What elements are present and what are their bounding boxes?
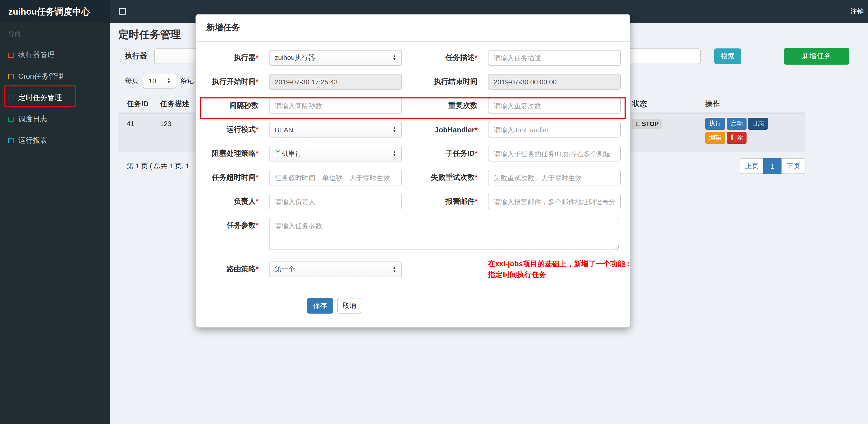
block-strategy-label: 阻塞处理策略* — [207, 149, 258, 158]
select-arrows-icon: ▲▼ — [390, 151, 396, 157]
save-button[interactable]: 保存 — [307, 298, 333, 314]
square-icon — [8, 95, 13, 100]
per-page-suffix: 条记 — [180, 76, 194, 86]
delete-button[interactable]: 删除 — [727, 132, 747, 144]
owner-input[interactable] — [269, 194, 402, 209]
form-row: 运行模式* BEAN ▲▼ JobHandler* — [207, 122, 619, 137]
cell-task-id: 41 — [127, 120, 134, 128]
start-time-input[interactable] — [269, 74, 402, 90]
job-handler-input[interactable] — [488, 122, 621, 137]
search-button[interactable]: 搜索 — [714, 48, 741, 64]
sidebar-section-label: 导航 — [0, 23, 110, 44]
timeout-label: 任务超时时间* — [207, 173, 258, 182]
form-row: 执行器* zuihou执行器 ▲▼ 任务描述* — [207, 50, 619, 66]
form-row: 负责人* 报警邮件* — [207, 194, 619, 209]
child-job-label: 子任务ID* — [402, 149, 477, 158]
select-arrows-icon: ▲▼ — [390, 266, 396, 272]
glue-type-label: 运行模式* — [207, 125, 258, 134]
cancel-button[interactable]: 取消 — [337, 298, 361, 314]
timeout-input[interactable] — [269, 170, 402, 186]
square-icon — [8, 52, 13, 58]
select-arrows-icon: ▲▼ — [390, 55, 396, 61]
feature-note: 在xxl-jobs项目的基础上，新增了一个功能： 指定时间执行任务 — [488, 258, 632, 280]
job-desc-label: 任务描述* — [402, 53, 477, 63]
interval-label: 间隔秒数 — [207, 101, 258, 110]
sidebar-item-run-report[interactable]: 运行报表 — [0, 130, 110, 151]
retry-label: 失败重试次数* — [402, 173, 477, 182]
logout-link[interactable]: 注销 — [850, 7, 868, 16]
col-header-task-id: 任务ID — [127, 99, 149, 109]
job-handler-label: JobHandler* — [402, 126, 477, 134]
interval-input[interactable] — [269, 98, 402, 113]
form-row: 阻塞处理策略* 单机串行 ▲▼ 子任务ID* — [207, 146, 619, 161]
feature-note-line2: 指定时间执行任务 — [488, 269, 632, 280]
per-page-value: 10 — [149, 77, 156, 85]
route-strategy-select[interactable]: 第一个 ▲▼ — [269, 261, 402, 277]
sidebar: 导航 执行器管理 Cron任务管理 定时任务管理 调度日志 运行报表 — [0, 23, 110, 424]
sidebar-item-label: 调度日志 — [18, 114, 48, 124]
sidebar-item-label: 执行器管理 — [18, 50, 55, 60]
end-time-input[interactable] — [488, 74, 621, 90]
owner-label: 负责人* — [207, 197, 258, 206]
alarm-email-label: 报警邮件* — [402, 197, 477, 206]
form-row: 执行开始时间* 执行结束时间 — [207, 74, 619, 90]
modal-body: 执行器* zuihou执行器 ▲▼ 任务描述* 执行开始时间* 执行结束时间 间… — [196, 42, 630, 327]
sidebar-item-label: 定时任务管理 — [18, 93, 62, 102]
executor-label: 执行器* — [207, 53, 258, 63]
prev-page-button[interactable]: 上页 — [740, 158, 764, 174]
glue-type-select[interactable]: BEAN ▲▼ — [269, 122, 402, 137]
col-header-status: 状态 — [632, 99, 647, 109]
job-desc-input[interactable] — [488, 50, 621, 66]
square-icon — [8, 138, 13, 143]
retry-input[interactable] — [488, 170, 621, 186]
square-icon — [8, 74, 13, 79]
app-brand[interactable]: zuihou任务调度中心 — [0, 0, 110, 23]
select-arrows-icon: ▲▼ — [390, 127, 396, 133]
block-strategy-select[interactable]: 单机串行 ▲▼ — [269, 146, 402, 161]
executor-select[interactable]: zuihou执行器 ▲▼ — [269, 50, 402, 66]
form-row: 任务超时时间* 失败重试次数* — [207, 170, 619, 186]
form-row: 路由策略* 第一个 ▲▼ 在xxl-jobs项目的基础上，新增了一个功能： 指定… — [207, 258, 619, 280]
page-1-button[interactable]: 1 — [763, 158, 782, 174]
repeat-input[interactable] — [488, 98, 621, 113]
status-badge: STOP — [632, 119, 662, 129]
sidebar-item-label: Cron任务管理 — [18, 72, 63, 81]
pagination-summary: 第 1 页 ( 总共 1 页, 1 — [118, 161, 189, 171]
end-time-label: 执行结束时间 — [402, 77, 477, 87]
job-param-label: 任务参数* — [207, 218, 258, 230]
executor-filter-label: 执行器 — [118, 52, 147, 61]
stop-square-icon — [636, 122, 640, 126]
row-actions: 执行启动日志编辑删除 — [705, 117, 773, 145]
run-button[interactable]: 执行 — [705, 118, 725, 130]
sidebar-item-timed-task-manage[interactable]: 定时任务管理 — [0, 87, 110, 108]
select-arrows-icon: ▲▼ — [164, 77, 170, 84]
repeat-label: 重复次数 — [402, 101, 477, 110]
form-row: 间隔秒数 重复次数 — [207, 98, 619, 113]
start-button[interactable]: 启动 — [727, 118, 747, 130]
per-page-prefix: 每页 — [118, 76, 139, 86]
app-root: zuihou任务调度中心 注销 导航 执行器管理 Cron任务管理 定时任务管理… — [0, 0, 868, 424]
add-task-button[interactable]: 新增任务 — [784, 48, 849, 65]
route-strategy-label: 路由策略* — [207, 265, 258, 274]
sidebar-item-dispatch-log[interactable]: 调度日志 — [0, 108, 110, 130]
form-row: 任务参数* — [207, 218, 619, 250]
col-header-actions: 操作 — [705, 99, 720, 109]
next-page-button[interactable]: 下页 — [781, 158, 805, 174]
log-button[interactable]: 日志 — [748, 118, 768, 130]
edit-button[interactable]: 编辑 — [705, 132, 725, 144]
square-icon — [8, 117, 13, 122]
sidebar-item-cron-task-manage[interactable]: Cron任务管理 — [0, 66, 110, 87]
pagination-controls: 上页 1 下页 — [740, 158, 805, 174]
per-page-select[interactable]: 10 ▲▼ — [143, 73, 176, 89]
modal-title: 新增任务 — [207, 23, 240, 32]
sidebar-item-label: 运行报表 — [18, 136, 48, 145]
feature-note-line1: 在xxl-jobs项目的基础上，新增了一个功能： — [488, 258, 632, 269]
child-job-input[interactable] — [488, 146, 621, 161]
alarm-email-input[interactable] — [488, 194, 621, 209]
sidebar-item-executor-manage[interactable]: 执行器管理 — [0, 44, 110, 66]
start-time-label: 执行开始时间* — [207, 77, 258, 87]
sidebar-toggle-icon[interactable] — [119, 8, 126, 14]
job-param-textarea[interactable] — [269, 218, 619, 250]
modal-footer: 保存 取消 — [207, 291, 619, 315]
col-header-task-desc: 任务描述 — [160, 99, 189, 109]
